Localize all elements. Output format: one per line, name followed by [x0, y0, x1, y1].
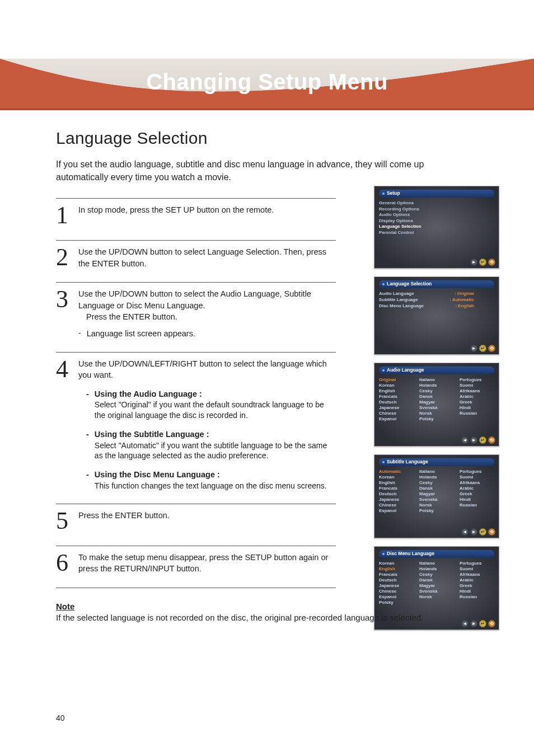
step-3: 3 Use the UP/DOWN button to select the A… — [56, 282, 336, 351]
dash: - — [86, 469, 89, 491]
step-text: Press the ENTER button. — [78, 508, 170, 533]
dash: - — [86, 429, 89, 461]
note-heading: Note — [56, 602, 74, 611]
step-number: 1 — [56, 202, 78, 228]
step-text: Use the UP/DOWN button to select Languag… — [78, 244, 336, 270]
bullet-head: Using the Subtitle Language : — [95, 429, 336, 440]
step-text: Use the UP/DOWN button to select the Aud… — [78, 289, 311, 309]
section-heading: Language Selection — [56, 129, 495, 148]
step-4: 4 Use the UP/DOWN/LEFT/RIGHT button to s… — [56, 352, 336, 504]
bullet-head: Using the Disc Menu Language : — [95, 469, 327, 480]
step-text: In stop mode, press the SET UP button on… — [78, 202, 274, 228]
intro-paragraph: If you set the audio language, subtitle … — [56, 158, 437, 184]
page-number: 40 — [56, 713, 65, 722]
step-number: 4 — [56, 356, 78, 491]
step-text-extra: Press the ENTER button. — [78, 312, 177, 321]
step-sub: Language list screen appears. — [87, 328, 195, 339]
bullet-body: Select "Original" if you want the defaul… — [95, 400, 336, 421]
dash: - — [78, 328, 81, 339]
step-number: 2 — [56, 244, 78, 270]
step-1: 1 In stop mode, press the SET UP button … — [56, 198, 336, 240]
step-2: 2 Use the UP/DOWN button to select Langu… — [56, 240, 336, 282]
bullet-head: Using the Audio Language : — [95, 388, 336, 400]
note-block: Note If the selected language is not rec… — [56, 602, 448, 623]
note-body: If the selected language is not recorded… — [56, 613, 423, 622]
step-5: 5 Press the ENTER button. — [56, 504, 336, 546]
step-text: To make the setup menu disappear, press … — [78, 550, 336, 575]
step-number: 6 — [56, 550, 78, 575]
bullet-body: Select "Automatic" if you want the subti… — [95, 440, 336, 462]
bullet-body: This function changes the text language … — [95, 481, 327, 491]
step-6: 6 To make the setup menu disappear, pres… — [56, 546, 336, 588]
step-number: 3 — [56, 286, 78, 339]
step-number: 5 — [56, 508, 78, 533]
dash: - — [86, 388, 89, 421]
step-text: Use the UP/DOWN/LEFT/RIGHT button to sel… — [78, 359, 327, 379]
